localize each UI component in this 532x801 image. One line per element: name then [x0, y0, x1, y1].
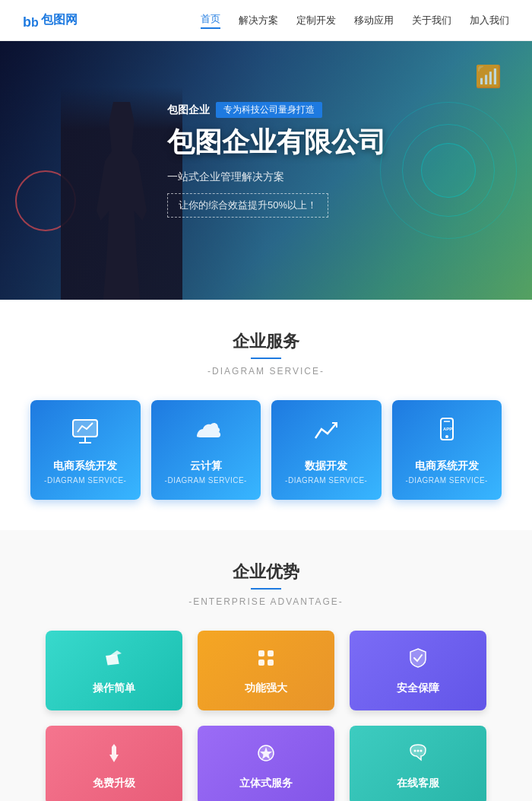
svg-point-14 — [414, 750, 416, 752]
adv-icon-1 — [254, 646, 278, 675]
hero-company-name: 包图企业 — [167, 103, 210, 117]
svg-point-15 — [417, 750, 420, 752]
service-icon-1 — [159, 415, 254, 450]
service-sub-2: -DIAGRAM SERVICE- — [279, 476, 374, 485]
adv-label-5: 在线客服 — [397, 777, 439, 790]
service-title-2: 数据开发 — [279, 459, 374, 473]
service-card-2[interactable]: 数据开发 -DIAGRAM SERVICE- — [271, 400, 382, 500]
services-divider — [251, 358, 281, 359]
adv-card-1[interactable]: 功能强大 — [198, 631, 334, 710]
adv-label-4: 立体式服务 — [239, 777, 293, 790]
logo-icon: b — [23, 14, 38, 27]
hero-subtitle: 一站式企业管理解决方案 — [167, 170, 386, 184]
hero-banner: 包图企业 专为科技公司量身打造 包图企业有限公司 一站式企业管理解决方案 让你的… — [0, 41, 532, 300]
logo[interactable]: b 包图网 — [23, 12, 78, 28]
adv-label-2: 安全保障 — [397, 682, 439, 695]
hero-figure — [61, 87, 182, 300]
hero-tag: 包图企业 专为科技公司量身打造 — [167, 102, 322, 118]
adv-label-0: 操作简单 — [93, 682, 135, 695]
svg-point-16 — [420, 750, 423, 752]
service-card-3[interactable]: APP 电商系统开发 -DIAGRAM SERVICE- — [392, 400, 502, 500]
adv-icon-4 — [254, 741, 278, 771]
adv-icon-2 — [406, 646, 430, 675]
hero-wifi-icon: 📶 — [475, 64, 502, 89]
nav-mobile[interactable]: 移动应用 — [354, 14, 394, 27]
adv-icon-0 — [102, 646, 126, 675]
service-sub-0: -DIAGRAM SERVICE- — [38, 476, 133, 485]
adv-label-3: 免费升级 — [93, 777, 135, 790]
svg-text:APP: APP — [443, 427, 452, 431]
service-title-0: 电商系统开发 — [38, 459, 133, 473]
svg-rect-11 — [268, 660, 274, 666]
advantage-grid: 操作简单 功能强大 安全保障 — [23, 631, 509, 801]
service-card-0[interactable]: 电商系统开发 -DIAGRAM SERVICE- — [30, 400, 141, 500]
service-icon-2 — [279, 415, 374, 450]
svg-rect-10 — [258, 660, 264, 666]
service-sub-1: -DIAGRAM SERVICE- — [159, 476, 254, 485]
services-section: 企业服务 -DIAGRAM SERVICE- 电商系统开发 -DIAGRAM S… — [0, 300, 532, 530]
advantage-subtitle: -ENTERPRISE ADVANTAGE- — [188, 596, 344, 607]
service-icon-3: APP — [400, 415, 495, 450]
nav-join[interactable]: 加入我们 — [470, 14, 509, 27]
adv-card-2[interactable]: 安全保障 — [350, 631, 486, 710]
nav-home[interactable]: 首页 — [201, 12, 220, 29]
service-sub-3: -DIAGRAM SERVICE- — [400, 476, 495, 485]
services-subtitle: -DIAGRAM SERVICE- — [207, 366, 325, 377]
navbar: b 包图网 首页 解决方案 定制开发 移动应用 关于我们 加入我们 — [0, 0, 532, 41]
adv-icon-3 — [102, 741, 126, 771]
nav-links: 首页 解决方案 定制开发 移动应用 关于我们 加入我们 — [201, 12, 509, 29]
adv-card-5[interactable]: 在线客服 — [350, 726, 486, 801]
adv-card-0[interactable]: 操作简单 — [46, 631, 182, 710]
svg-rect-8 — [258, 650, 264, 656]
adv-label-1: 功能强大 — [245, 682, 287, 695]
nav-about[interactable]: 关于我们 — [412, 14, 451, 27]
nav-solutions[interactable]: 解决方案 — [239, 14, 278, 27]
svg-rect-9 — [268, 650, 274, 656]
services-title: 企业服务 — [15, 330, 517, 353]
hero-content: 包图企业 专为科技公司量身打造 包图企业有限公司 一站式企业管理解决方案 让你的… — [167, 102, 386, 218]
hero-silhouette — [80, 102, 163, 300]
logo-text: 包图网 — [41, 12, 78, 28]
svg-point-5 — [445, 435, 448, 438]
advantage-title: 企业优势 — [15, 561, 517, 583]
hero-title: 包图企业有限公司 — [167, 126, 386, 158]
hero-badge: 专为科技公司量身打造 — [216, 102, 322, 118]
service-title-1: 云计算 — [159, 459, 254, 473]
advantage-divider — [251, 588, 281, 590]
advantage-section: 企业优势 -ENTERPRISE ADVANTAGE- 操作简单 — [0, 530, 532, 801]
service-title-3: 电商系统开发 — [400, 459, 495, 473]
service-grid: 电商系统开发 -DIAGRAM SERVICE- 云计算 -DIAGRAM SE… — [15, 400, 517, 500]
service-card-1[interactable]: 云计算 -DIAGRAM SERVICE- — [151, 400, 261, 500]
hero-deco-circles — [380, 102, 517, 239]
nav-custom-dev[interactable]: 定制开发 — [296, 14, 336, 27]
adv-card-3[interactable]: 免费升级 — [46, 726, 182, 801]
service-icon-0 — [38, 415, 133, 450]
adv-icon-5 — [406, 741, 430, 771]
hero-desc: 让你的综合效益提升50%以上！ — [167, 193, 328, 218]
adv-card-4[interactable]: 立体式服务 — [198, 726, 334, 801]
